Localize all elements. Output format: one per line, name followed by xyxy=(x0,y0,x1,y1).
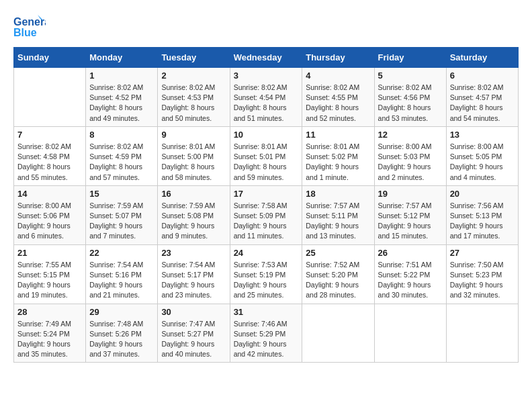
day-info: Sunrise: 7:47 AMSunset: 5:27 PMDaylight:… xyxy=(161,319,226,360)
day-number: 29 xyxy=(89,307,154,317)
day-cell: 2Sunrise: 8:02 AMSunset: 4:53 PMDaylight… xyxy=(158,68,230,127)
day-number: 18 xyxy=(306,189,370,199)
day-info: Sunrise: 7:52 AMSunset: 5:20 PMDaylight:… xyxy=(306,260,370,301)
day-info: Sunrise: 7:59 AMSunset: 5:08 PMDaylight:… xyxy=(161,201,226,242)
day-cell: 12Sunrise: 8:00 AMSunset: 5:03 PMDayligh… xyxy=(374,126,446,185)
day-cell: 14Sunrise: 8:00 AMSunset: 5:06 PMDayligh… xyxy=(14,185,86,244)
day-cell: 19Sunrise: 7:57 AMSunset: 5:12 PMDayligh… xyxy=(374,185,446,244)
day-cell: 10Sunrise: 8:01 AMSunset: 5:01 PMDayligh… xyxy=(230,126,302,185)
day-number: 26 xyxy=(378,248,443,258)
day-cell: 18Sunrise: 7:57 AMSunset: 5:11 PMDayligh… xyxy=(302,185,374,244)
day-info: Sunrise: 7:49 AMSunset: 5:24 PMDaylight:… xyxy=(17,319,82,360)
day-cell: 21Sunrise: 7:55 AMSunset: 5:15 PMDayligh… xyxy=(14,244,86,304)
header-day-saturday: Saturday xyxy=(446,48,518,68)
day-cell: 30Sunrise: 7:47 AMSunset: 5:27 PMDayligh… xyxy=(158,304,230,363)
day-cell: 4Sunrise: 8:02 AMSunset: 4:55 PMDaylight… xyxy=(302,68,374,127)
day-number: 9 xyxy=(161,130,226,140)
day-info: Sunrise: 8:02 AMSunset: 4:58 PMDaylight:… xyxy=(17,142,82,183)
day-cell: 6Sunrise: 8:02 AMSunset: 4:57 PMDaylight… xyxy=(446,68,518,127)
day-info: Sunrise: 7:53 AMSunset: 5:19 PMDaylight:… xyxy=(234,260,299,301)
day-cell xyxy=(302,304,374,363)
day-number: 4 xyxy=(306,71,370,81)
day-cell xyxy=(374,304,446,363)
day-number: 30 xyxy=(161,307,226,317)
day-number: 7 xyxy=(17,130,82,140)
day-cell: 28Sunrise: 7:49 AMSunset: 5:24 PMDayligh… xyxy=(14,304,86,363)
day-number: 12 xyxy=(378,130,443,140)
week-row-5: 28Sunrise: 7:49 AMSunset: 5:24 PMDayligh… xyxy=(14,304,519,363)
day-number: 1 xyxy=(89,71,154,81)
day-number: 31 xyxy=(234,307,299,317)
day-cell: 17Sunrise: 7:58 AMSunset: 5:09 PMDayligh… xyxy=(230,185,302,244)
day-number: 2 xyxy=(161,71,226,81)
week-row-4: 21Sunrise: 7:55 AMSunset: 5:15 PMDayligh… xyxy=(14,244,519,304)
day-cell: 22Sunrise: 7:54 AMSunset: 5:16 PMDayligh… xyxy=(86,244,158,304)
day-info: Sunrise: 8:02 AMSunset: 4:56 PMDaylight:… xyxy=(378,83,443,124)
day-number: 8 xyxy=(89,130,154,140)
calendar-header-row: SundayMondayTuesdayWednesdayThursdayFrid… xyxy=(14,48,519,68)
day-number: 3 xyxy=(234,71,299,81)
day-info: Sunrise: 8:00 AMSunset: 5:03 PMDaylight:… xyxy=(378,142,443,183)
day-info: Sunrise: 8:01 AMSunset: 5:00 PMDaylight:… xyxy=(161,142,226,183)
day-info: Sunrise: 7:57 AMSunset: 5:11 PMDaylight:… xyxy=(306,201,370,242)
day-info: Sunrise: 8:02 AMSunset: 4:57 PMDaylight:… xyxy=(450,83,515,124)
day-cell: 31Sunrise: 7:46 AMSunset: 5:29 PMDayligh… xyxy=(230,304,302,363)
day-cell: 13Sunrise: 8:00 AMSunset: 5:05 PMDayligh… xyxy=(446,126,518,185)
day-cell: 16Sunrise: 7:59 AMSunset: 5:08 PMDayligh… xyxy=(158,185,230,244)
day-cell: 9Sunrise: 8:01 AMSunset: 5:00 PMDaylight… xyxy=(158,126,230,185)
page-header: General Blue xyxy=(13,13,519,40)
day-number: 28 xyxy=(17,307,82,317)
day-info: Sunrise: 8:01 AMSunset: 5:01 PMDaylight:… xyxy=(234,142,299,183)
day-number: 13 xyxy=(450,130,515,140)
day-info: Sunrise: 8:00 AMSunset: 5:05 PMDaylight:… xyxy=(450,142,515,183)
day-cell: 5Sunrise: 8:02 AMSunset: 4:56 PMDaylight… xyxy=(374,68,446,127)
header-day-thursday: Thursday xyxy=(302,48,374,68)
day-info: Sunrise: 7:50 AMSunset: 5:23 PMDaylight:… xyxy=(450,260,515,301)
day-info: Sunrise: 7:48 AMSunset: 5:26 PMDaylight:… xyxy=(89,319,154,360)
svg-text:Blue: Blue xyxy=(13,27,37,38)
day-cell: 3Sunrise: 8:02 AMSunset: 4:54 PMDaylight… xyxy=(230,68,302,127)
day-info: Sunrise: 8:02 AMSunset: 4:59 PMDaylight:… xyxy=(89,142,154,183)
day-info: Sunrise: 7:55 AMSunset: 5:15 PMDaylight:… xyxy=(17,260,82,301)
day-number: 24 xyxy=(234,248,299,258)
day-info: Sunrise: 8:02 AMSunset: 4:54 PMDaylight:… xyxy=(234,83,299,124)
day-info: Sunrise: 8:02 AMSunset: 4:53 PMDaylight:… xyxy=(161,83,226,124)
day-number: 23 xyxy=(161,248,226,258)
day-info: Sunrise: 8:02 AMSunset: 4:52 PMDaylight:… xyxy=(89,83,154,124)
day-info: Sunrise: 8:01 AMSunset: 5:02 PMDaylight:… xyxy=(306,142,370,183)
day-cell: 11Sunrise: 8:01 AMSunset: 5:02 PMDayligh… xyxy=(302,126,374,185)
day-number: 27 xyxy=(450,248,515,258)
logo: General Blue xyxy=(13,13,46,40)
calendar-body: 1Sunrise: 8:02 AMSunset: 4:52 PMDaylight… xyxy=(14,68,519,363)
day-cell: 27Sunrise: 7:50 AMSunset: 5:23 PMDayligh… xyxy=(446,244,518,304)
day-number: 17 xyxy=(234,189,299,199)
header-day-sunday: Sunday xyxy=(14,48,86,68)
day-number: 20 xyxy=(450,189,515,199)
day-cell xyxy=(14,68,86,127)
day-number: 15 xyxy=(89,189,154,199)
header-day-monday: Monday xyxy=(86,48,158,68)
calendar-table: SundayMondayTuesdayWednesdayThursdayFrid… xyxy=(13,47,519,363)
day-cell: 24Sunrise: 7:53 AMSunset: 5:19 PMDayligh… xyxy=(230,244,302,304)
day-cell: 1Sunrise: 8:02 AMSunset: 4:52 PMDaylight… xyxy=(86,68,158,127)
day-cell: 20Sunrise: 7:56 AMSunset: 5:13 PMDayligh… xyxy=(446,185,518,244)
day-number: 25 xyxy=(306,248,370,258)
day-number: 19 xyxy=(378,189,443,199)
svg-text:General: General xyxy=(13,16,46,28)
day-info: Sunrise: 7:51 AMSunset: 5:22 PMDaylight:… xyxy=(378,260,443,301)
day-cell: 29Sunrise: 7:48 AMSunset: 5:26 PMDayligh… xyxy=(86,304,158,363)
day-info: Sunrise: 7:54 AMSunset: 5:17 PMDaylight:… xyxy=(161,260,226,301)
week-row-3: 14Sunrise: 8:00 AMSunset: 5:06 PMDayligh… xyxy=(14,185,519,244)
day-cell xyxy=(446,304,518,363)
day-info: Sunrise: 7:59 AMSunset: 5:07 PMDaylight:… xyxy=(89,201,154,242)
header-day-wednesday: Wednesday xyxy=(230,48,302,68)
day-cell: 23Sunrise: 7:54 AMSunset: 5:17 PMDayligh… xyxy=(158,244,230,304)
day-cell: 8Sunrise: 8:02 AMSunset: 4:59 PMDaylight… xyxy=(86,126,158,185)
day-number: 21 xyxy=(17,248,82,258)
day-info: Sunrise: 8:02 AMSunset: 4:55 PMDaylight:… xyxy=(306,83,370,124)
week-row-2: 7Sunrise: 8:02 AMSunset: 4:58 PMDaylight… xyxy=(14,126,519,185)
day-info: Sunrise: 7:58 AMSunset: 5:09 PMDaylight:… xyxy=(234,201,299,242)
day-number: 5 xyxy=(378,71,443,81)
day-number: 10 xyxy=(234,130,299,140)
day-number: 14 xyxy=(17,189,82,199)
